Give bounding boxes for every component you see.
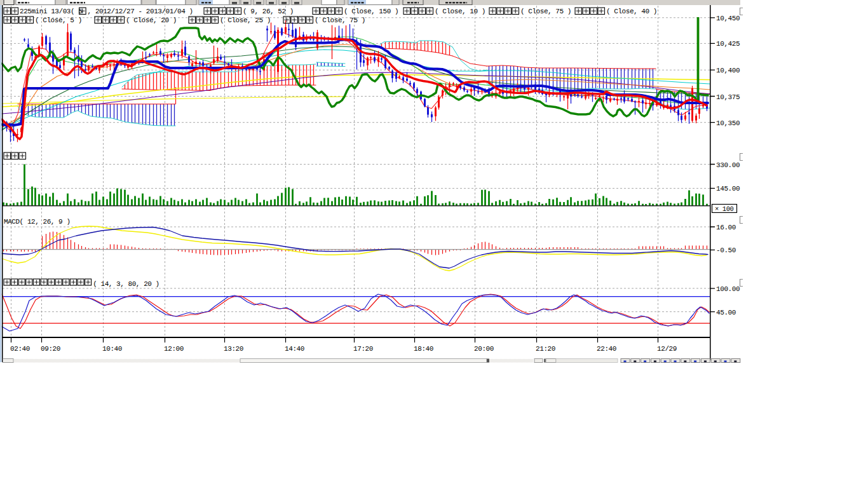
svg-text:× 100: × 100 [715,205,734,213]
svg-text:( Close, 75 ): ( Close, 75 ) [520,8,571,15]
svg-text:, 2012/12/27 - 2013/01/04 ): , 2012/12/27 - 2013/01/04 ) [88,8,193,15]
svg-text:( Close, 150 ): ( Close, 150 ) [344,8,398,15]
svg-text:( 9, 26, 52 ): ( 9, 26, 52 ) [243,8,294,15]
svg-text:10,400: 10,400 [716,67,740,74]
svg-text:10,350: 10,350 [716,119,740,127]
svg-text:09:20: 09:20 [41,345,60,353]
svg-text:12:00: 12:00 [164,345,184,353]
svg-text:12/29: 12/29 [657,345,677,353]
svg-text:10,375: 10,375 [716,93,740,101]
svg-text:13:20: 13:20 [224,345,243,353]
svg-text:( Close, 40 ): ( Close, 40 ) [606,8,657,15]
svg-text:( Close, 20 ): ( Close, 20 ) [126,17,177,24]
svg-text:17:20: 17:20 [353,345,373,353]
svg-text:( 14, 3, 80, 20 ): ( 14, 3, 80, 20 ) [93,280,159,288]
svg-text:100.00: 100.00 [716,285,740,293]
svg-text:330.00: 330.00 [716,161,740,169]
svg-text:21:20: 21:20 [536,345,555,353]
svg-text:225mini 13/03( 5: 225mini 13/03( 5 [20,8,82,15]
svg-text:( Close, 10 ): ( Close, 10 ) [435,8,485,15]
svg-text:45.00: 45.00 [716,309,736,316]
svg-text:10,450: 10,450 [716,15,740,22]
svg-text:18:40: 18:40 [414,345,433,353]
svg-text:16.00: 16.00 [716,224,736,231]
svg-text:14:40: 14:40 [285,345,304,353]
svg-text:( Close, 75 ): ( Close, 75 ) [315,17,365,24]
svg-text:145.00: 145.00 [716,185,740,193]
svg-text:10:40: 10:40 [102,345,122,353]
svg-text:( Close, 5 ): ( Close, 5 ) [35,17,82,24]
svg-text:22:40: 22:40 [597,345,616,353]
svg-text:20:00: 20:00 [474,345,494,353]
svg-text:02:40: 02:40 [10,345,30,353]
svg-text:MACD( 12, 26, 9 ): MACD( 12, 26, 9 ) [4,218,71,226]
svg-text:( Close, 25 ): ( Close, 25 ) [220,17,271,24]
svg-text:-0.50: -0.50 [716,247,736,254]
svg-text:10,425: 10,425 [716,40,740,48]
